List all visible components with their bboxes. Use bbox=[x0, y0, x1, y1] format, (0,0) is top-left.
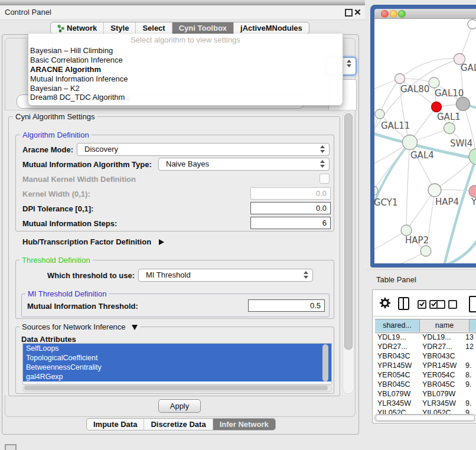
table-row[interactable]: YPR145WYPR145W9. bbox=[373, 361, 476, 370]
combo-spinner-icon[interactable] bbox=[320, 160, 325, 168]
tab-discretize-data-label: Discretize Data bbox=[151, 419, 206, 430]
zoom-traffic-light[interactable] bbox=[398, 10, 406, 18]
node-label: GAL10 bbox=[435, 88, 464, 99]
control-panel-title: Control Panel bbox=[5, 8, 51, 17]
network-node[interactable] bbox=[395, 74, 405, 84]
minimize-traffic-light[interactable] bbox=[390, 10, 397, 18]
float-window-icon[interactable] bbox=[345, 9, 353, 17]
manual-kernel-width-label: Manual Kernel Width Definition bbox=[22, 175, 136, 184]
panel-dock-icon[interactable] bbox=[5, 444, 17, 450]
algorithm-definition-title: Algorithm Definition bbox=[20, 131, 92, 139]
table-row[interactable]: YBR043CYBR043C bbox=[373, 351, 476, 361]
algorithm-option[interactable]: Basic Correlation Inference bbox=[28, 56, 343, 65]
hub-definition-expander[interactable]: Hub/Transcription Factor Definition bbox=[22, 236, 164, 247]
network-node[interactable] bbox=[457, 97, 470, 111]
control-panel-titlebar[interactable]: Control Panel bbox=[0, 5, 365, 20]
tab-style[interactable]: Style bbox=[103, 22, 135, 34]
algorithm-option[interactable]: Dream8 DC_TDC Algorithm bbox=[28, 93, 343, 102]
combo-spinner-icon[interactable] bbox=[304, 271, 308, 279]
settings-scrollbar-thumb[interactable] bbox=[344, 113, 353, 350]
node-label: GAL80 bbox=[400, 84, 429, 94]
data-attribute-item[interactable]: gal4RGexp bbox=[23, 372, 331, 381]
mi-steps-label: Mutual Information Steps: bbox=[22, 219, 117, 228]
network-view-content[interactable]: GALGAL80GAL10GAL1GAL11SWI4GAL4GCY1HAP4YH… bbox=[374, 19, 476, 263]
list-scrollbar-thumb[interactable] bbox=[322, 344, 328, 381]
tab-discretize-data[interactable]: Discretize Data bbox=[144, 419, 212, 430]
network-node[interactable] bbox=[429, 77, 439, 88]
tab-impute-data[interactable]: Impute Data bbox=[87, 419, 144, 430]
collapser-down-icon[interactable] bbox=[132, 325, 138, 330]
combo-spinner-icon[interactable] bbox=[320, 145, 325, 154]
tab-network[interactable]: Network bbox=[51, 22, 103, 34]
network-view-window[interactable]: GALGAL80GAL10GAL1GAL11SWI4GAL4GCY1HAP4YH… bbox=[370, 5, 476, 268]
aracne-mode-combobox[interactable]: Discovery bbox=[77, 143, 330, 156]
tab-infer-network[interactable]: Infer Network bbox=[213, 419, 275, 430]
data-attribute-item[interactable]: BetweennessCentrality bbox=[23, 363, 331, 372]
data-attribute-item[interactable]: TopologicalCoefficient bbox=[23, 353, 331, 363]
mi-algorithm-type-combobox[interactable]: Naive Bayes bbox=[158, 158, 330, 171]
table-row[interactable]: YDR27...YDR27...12 bbox=[373, 342, 476, 351]
network-node[interactable] bbox=[428, 184, 441, 197]
table-row[interactable]: YLR345WYLR345W9. bbox=[373, 399, 476, 408]
network-node[interactable] bbox=[469, 185, 476, 197]
table-cell: YPR145W bbox=[377, 361, 412, 370]
combo-spinner-icon[interactable] bbox=[347, 60, 351, 68]
kernel-width-input[interactable]: 0.0 bbox=[250, 187, 331, 200]
mi-threshold-input[interactable]: 0.5 bbox=[248, 299, 325, 312]
data-attribute-item[interactable]: SelfLoops bbox=[23, 344, 331, 353]
data-attributes-list[interactable]: SelfLoopsTopologicalCoefficientBetweenne… bbox=[22, 343, 332, 384]
algorithm-option[interactable]: Bayesian – Hill Climbing bbox=[28, 46, 343, 56]
algorithm-option[interactable]: Bayesian – K2 bbox=[28, 84, 343, 93]
table-cell: YIL052C bbox=[377, 408, 406, 414]
network-window-titlebar[interactable] bbox=[374, 9, 476, 19]
table-cell: 9. bbox=[465, 399, 471, 408]
mi-steps-input[interactable]: 6 bbox=[250, 217, 331, 229]
tab-jactivemnodules-label: jActiveMNodules bbox=[240, 22, 302, 34]
window-top-strip bbox=[0, 0, 365, 5]
which-threshold-value: MI Threshold bbox=[146, 270, 191, 279]
table-row[interactable]: YIL052CYIL052C9 bbox=[373, 408, 476, 414]
table-hscrollbar-thumb[interactable] bbox=[376, 415, 475, 421]
which-threshold-combobox[interactable]: MI Threshold bbox=[138, 269, 313, 282]
table-cell: 13 bbox=[465, 332, 474, 342]
network-node[interactable] bbox=[375, 109, 384, 119]
list-hscrollbar-thumb[interactable] bbox=[24, 386, 328, 390]
network-node[interactable] bbox=[403, 135, 418, 150]
network-node[interactable] bbox=[401, 225, 412, 236]
apply-button[interactable]: Apply bbox=[158, 399, 201, 413]
column-header-name[interactable]: name bbox=[420, 319, 470, 332]
expander-right-icon[interactable] bbox=[159, 239, 164, 245]
gear-icon[interactable] bbox=[379, 297, 391, 309]
table-cell: YER054C bbox=[377, 370, 410, 380]
table-row[interactable]: YBR045CYBR045C9. bbox=[373, 380, 476, 389]
algorithm-option[interactable]: Mutual Information Inference bbox=[28, 74, 343, 84]
table-panel-titlebar: Table Panel bbox=[366, 269, 476, 289]
hide-columns-icon[interactable] bbox=[436, 300, 460, 311]
tab-infer-network-label: Infer Network bbox=[220, 419, 269, 430]
table-row[interactable]: YBL079WYBL079W bbox=[373, 389, 476, 399]
network-node[interactable] bbox=[444, 123, 455, 134]
table-cell: YBR045C bbox=[377, 380, 410, 389]
table-cell: YLR345W bbox=[377, 399, 411, 408]
tab-cyni-toolbox[interactable]: Cyni Toolbox bbox=[172, 22, 233, 34]
tab-jactivemnodules[interactable]: jActiveMNodules bbox=[233, 22, 309, 34]
column-header-shared-name[interactable]: shared... bbox=[375, 319, 420, 332]
close-icon[interactable] bbox=[354, 9, 361, 15]
network-canvas[interactable]: GALGAL80GAL10GAL1GAL11SWI4GAL4GCY1HAP4YH… bbox=[374, 19, 476, 263]
close-traffic-light[interactable] bbox=[381, 10, 389, 18]
table-row[interactable]: YDL19...YDL19...13 bbox=[373, 332, 476, 342]
tab-select[interactable]: Select bbox=[135, 22, 171, 34]
table-row[interactable]: YER054CYER054C8. bbox=[373, 370, 476, 380]
manual-kernel-width-checkbox[interactable] bbox=[319, 174, 330, 184]
network-node[interactable] bbox=[468, 19, 476, 29]
sources-collapser[interactable]: Sources for Network Inference bbox=[19, 322, 140, 331]
aracne-mode-value: Discovery bbox=[84, 145, 118, 154]
dpi-tolerance-input[interactable]: 0.0 bbox=[250, 202, 331, 214]
network-node[interactable] bbox=[432, 102, 442, 112]
column-header-partial[interactable] bbox=[470, 319, 476, 332]
algorithm-option[interactable]: ARACNE Algorithm bbox=[28, 65, 343, 74]
kernel-width-label: Kernel Width (0,1): bbox=[22, 190, 90, 198]
network-node[interactable] bbox=[420, 246, 431, 256]
export-table-icon[interactable] bbox=[469, 296, 476, 312]
column-view-icon[interactable] bbox=[398, 297, 409, 310]
